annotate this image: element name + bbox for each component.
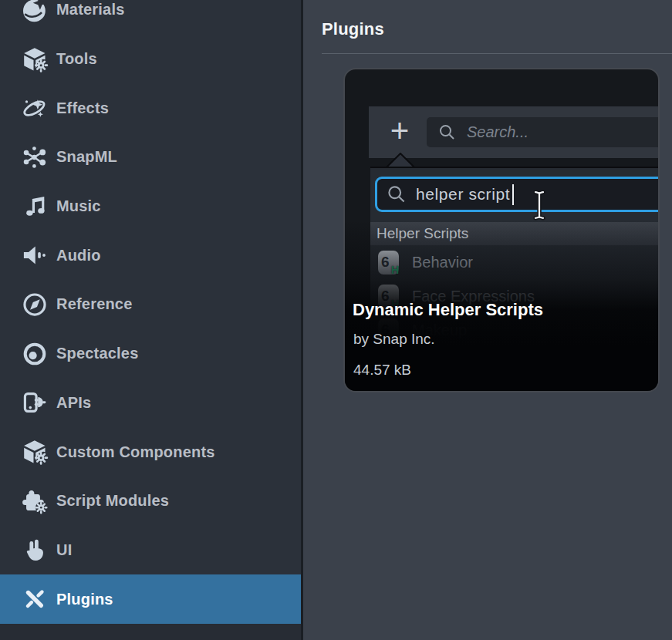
sidebar-item-apis[interactable]: APIs bbox=[0, 379, 301, 428]
reference-icon bbox=[21, 291, 49, 318]
plugin-card-dynamic-helper-scripts[interactable]: + Search... helper script bbox=[343, 68, 660, 392]
sidebar-item-label: Plugins bbox=[56, 591, 113, 608]
result-group-header: Helper Scripts bbox=[370, 222, 660, 245]
sidebar-item-custom-components[interactable]: Custom Components bbox=[0, 427, 301, 477]
sidebar-item-reference[interactable]: Reference bbox=[0, 280, 301, 329]
result-row: 6 H Sync Framework bbox=[370, 347, 660, 381]
preview-toolbar: + Search... bbox=[369, 106, 660, 158]
script-modules-icon bbox=[21, 487, 49, 515]
sidebar-item-label: APIs bbox=[56, 394, 91, 412]
helper-script-icon: 6 H bbox=[378, 285, 399, 308]
category-sidebar: Materials Tools bbox=[0, 0, 301, 640]
title-divider bbox=[322, 53, 672, 54]
sidebar-item-plugins[interactable]: Plugins bbox=[0, 574, 301, 624]
effects-icon bbox=[21, 94, 49, 122]
tools-icon bbox=[21, 45, 49, 73]
sidebar-item-tools[interactable]: Tools bbox=[0, 35, 301, 84]
sidebar-item-label: Materials bbox=[56, 1, 125, 19]
result-row: 6 H Face Expressions bbox=[370, 279, 660, 313]
preview-search-popup: helper script Helper Scripts 6 H Behavio… bbox=[370, 167, 660, 392]
helper-script-icon: 6 H bbox=[378, 318, 399, 342]
main-content: Plugins + Search... bbox=[303, 0, 672, 640]
plugins-icon bbox=[21, 585, 49, 613]
ui-icon bbox=[21, 536, 49, 564]
result-list: 6 H Behavior 6 H Face Expressions bbox=[370, 245, 660, 381]
popup-notch bbox=[386, 153, 415, 167]
apis-icon bbox=[21, 389, 49, 416]
audio-icon bbox=[21, 241, 49, 269]
custom-components-icon bbox=[21, 438, 49, 466]
sidebar-item-label: SnapML bbox=[56, 148, 117, 166]
page-title: Plugins bbox=[303, 0, 672, 39]
helper-script-icon: 6 H bbox=[378, 352, 399, 376]
sidebar-item-label: Custom Components bbox=[56, 443, 215, 461]
snapml-icon bbox=[21, 143, 49, 171]
result-row: 6 H Behavior bbox=[370, 245, 660, 279]
result-label: Face Expressions bbox=[412, 288, 535, 305]
search-icon bbox=[438, 123, 456, 141]
text-caret bbox=[512, 184, 514, 205]
sidebar-item-label: Music bbox=[56, 197, 101, 215]
sidebar-item-music[interactable]: Music bbox=[0, 182, 301, 231]
sidebar-item-effects[interactable]: Effects bbox=[0, 83, 301, 133]
sidebar-item-label: Reference bbox=[56, 295, 133, 313]
result-label: Makeup bbox=[412, 322, 467, 339]
sidebar-item-ui[interactable]: UI bbox=[0, 526, 301, 575]
preview-search-placeholder: Search... bbox=[467, 123, 528, 141]
sidebar-item-label: Script Modules bbox=[56, 492, 169, 510]
result-label: Sync Framework bbox=[412, 355, 528, 373]
asset-library-window: Materials Tools bbox=[0, 0, 672, 640]
spectacles-icon bbox=[21, 340, 49, 368]
sidebar-item-label: Spectacles bbox=[56, 345, 139, 362]
behavior-script-icon: 6 H bbox=[378, 251, 399, 275]
result-row: 6 H Makeup bbox=[370, 313, 660, 347]
sidebar-item-snapml[interactable]: SnapML bbox=[0, 133, 301, 182]
search-icon bbox=[387, 184, 407, 204]
sidebar-item-label: Audio bbox=[56, 247, 101, 264]
preview-search-box: Search... bbox=[427, 117, 660, 147]
sidebar-item-materials[interactable]: Materials bbox=[0, 0, 301, 35]
sidebar-footer-strip bbox=[0, 624, 301, 640]
plus-icon: + bbox=[386, 113, 414, 151]
sidebar-item-script-modules[interactable]: Script Modules bbox=[0, 477, 301, 526]
preview-search-value: helper script bbox=[416, 185, 510, 204]
sidebar-item-spectacles[interactable]: Spectacles bbox=[0, 329, 301, 379]
sidebar-item-audio[interactable]: Audio bbox=[0, 231, 301, 280]
category-list: Materials Tools bbox=[0, 0, 301, 624]
sidebar-item-label: UI bbox=[56, 541, 72, 559]
music-icon bbox=[21, 193, 49, 221]
preview-search-input-focused: helper script bbox=[375, 177, 660, 212]
sidebar-item-label: Tools bbox=[56, 50, 97, 68]
materials-icon bbox=[21, 0, 49, 24]
sidebar-item-label: Effects bbox=[56, 99, 109, 117]
result-label: Behavior bbox=[412, 254, 473, 271]
